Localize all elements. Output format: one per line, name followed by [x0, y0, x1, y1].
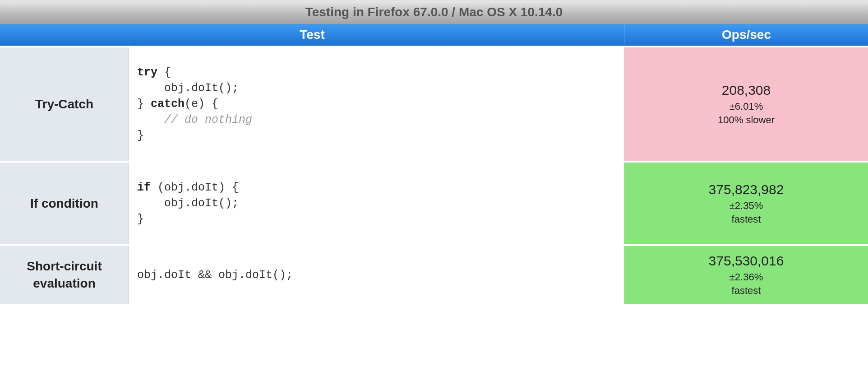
test-code-cell: obj.doIt && obj.doIt(); — [129, 246, 624, 304]
column-header-ops: Ops/sec — [625, 24, 868, 45]
ops-cell: 375,530,016±2.36%fastest — [624, 246, 868, 304]
ops-value: 208,308 — [722, 83, 771, 98]
test-code: try { obj.doIt(); } catch(e) { // do not… — [137, 65, 252, 144]
ops-cell: 375,823,982±2.35%fastest — [624, 163, 868, 244]
column-header-test: Test — [0, 24, 625, 45]
ops-cell: 208,308±6.01%100% slower — [624, 47, 868, 161]
table-body: Try-Catchtry { obj.doIt(); } catch(e) { … — [0, 46, 868, 306]
window-title: Testing in Firefox 67.0.0 / Mac OS X 10.… — [305, 5, 563, 19]
ops-value: 375,823,982 — [709, 182, 784, 197]
test-code: obj.doIt && obj.doIt(); — [137, 267, 293, 283]
test-name-cell: Short-circuit evaluation — [0, 246, 129, 304]
ops-rank: fastest — [732, 285, 761, 297]
test-name-label: Try-Catch — [35, 96, 93, 113]
table-row: Short-circuit evaluationobj.doIt && obj.… — [0, 246, 868, 306]
ops-value: 375,530,016 — [709, 253, 784, 269]
ops-rank: 100% slower — [718, 114, 775, 126]
ops-deviation: ±6.01% — [729, 101, 763, 112]
test-code: if (obj.doIt) { obj.doIt(); } — [137, 180, 239, 227]
test-name-cell: If condition — [0, 163, 129, 244]
table-header-row: Test Ops/sec — [0, 24, 868, 46]
column-header-test-label: Test — [300, 28, 325, 42]
window-titlebar: Testing in Firefox 67.0.0 / Mac OS X 10.… — [0, 0, 868, 24]
test-code-cell: if (obj.doIt) { obj.doIt(); } — [129, 163, 624, 244]
ops-deviation: ±2.35% — [729, 200, 763, 212]
ops-deviation: ±2.36% — [729, 271, 763, 283]
column-header-ops-label: Ops/sec — [722, 28, 771, 42]
ops-rank: fastest — [732, 214, 761, 225]
test-code-cell: try { obj.doIt(); } catch(e) { // do not… — [129, 47, 624, 161]
test-name-label: If condition — [30, 195, 98, 212]
test-name-label: Short-circuit evaluation — [8, 258, 120, 292]
test-name-cell: Try-Catch — [0, 47, 129, 161]
table-row: Try-Catchtry { obj.doIt(); } catch(e) { … — [0, 46, 868, 163]
table-row: If conditionif (obj.doIt) { obj.doIt(); … — [0, 163, 868, 246]
